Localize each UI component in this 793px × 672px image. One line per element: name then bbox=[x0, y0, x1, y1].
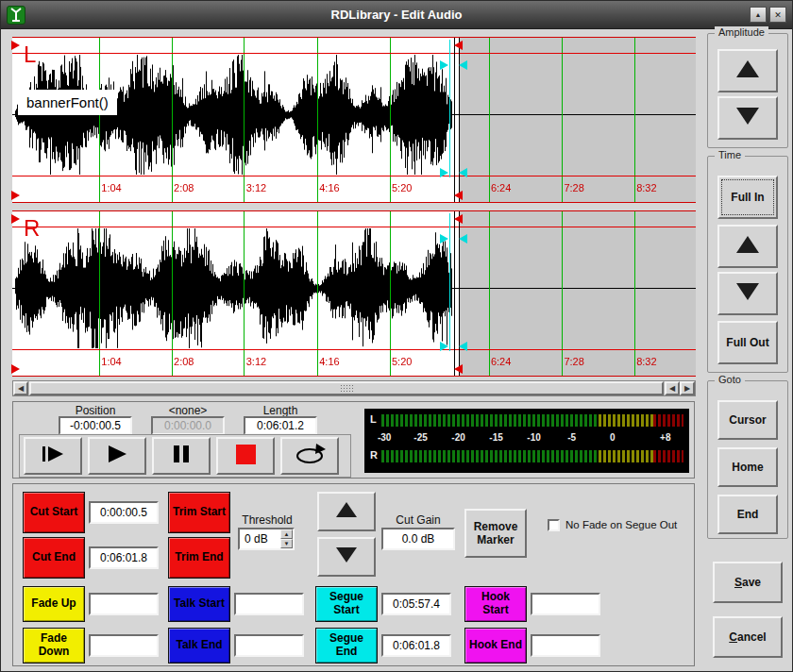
segue-end-button[interactable]: Segue End bbox=[315, 628, 378, 664]
amplitude-down-button[interactable] bbox=[717, 96, 778, 140]
loop-button[interactable] bbox=[280, 437, 339, 475]
down-arrow-icon bbox=[735, 107, 760, 128]
play-from-start-icon bbox=[41, 445, 65, 466]
stop-button[interactable] bbox=[216, 437, 275, 475]
cut-end-field[interactable]: 0:06:01.8 bbox=[89, 546, 159, 569]
hook-end-field[interactable] bbox=[531, 634, 600, 657]
segue-start-marker[interactable] bbox=[440, 60, 448, 70]
scroll-left-button[interactable]: ◀ bbox=[13, 381, 28, 395]
trim-end-button[interactable]: Trim End bbox=[168, 537, 230, 579]
cut-end-marker[interactable] bbox=[454, 364, 463, 374]
time-label: 4:16 bbox=[319, 356, 339, 367]
threshold-spin-up[interactable]: ▲ bbox=[280, 529, 293, 539]
goto-cursor-button[interactable]: Cursor bbox=[717, 400, 778, 440]
fade-down-button[interactable]: Fade Down bbox=[23, 628, 85, 664]
talk-start-field[interactable] bbox=[234, 593, 304, 615]
close-button[interactable]: ✕ bbox=[769, 7, 786, 23]
segue-start-marker[interactable] bbox=[440, 342, 448, 351]
time-gridline bbox=[172, 211, 173, 376]
segue-end-marker[interactable] bbox=[459, 60, 467, 70]
talk-end-field[interactable] bbox=[234, 634, 304, 657]
cut-start-button[interactable]: Cut Start bbox=[23, 492, 85, 533]
window-title: RDLibrary - Edit Audio bbox=[1, 8, 792, 22]
time-label: 5:20 bbox=[392, 182, 412, 193]
cut-start-field[interactable]: 0:00:00.5 bbox=[89, 501, 159, 524]
cancel-button[interactable]: Cancel bbox=[713, 616, 783, 658]
time-gridline bbox=[489, 211, 490, 376]
cut-end-marker[interactable] bbox=[454, 214, 463, 224]
amplitude-up-button[interactable] bbox=[717, 49, 778, 92]
time-zoom-in-button[interactable] bbox=[717, 225, 778, 268]
close-icon: ✕ bbox=[774, 10, 782, 20]
titlebar[interactable]: RDLibrary - Edit Audio ▲ ✕ bbox=[1, 1, 792, 29]
time-gridline bbox=[244, 211, 245, 376]
shade-button[interactable]: ▲ bbox=[750, 7, 767, 23]
scrollbar-thumb[interactable] bbox=[29, 381, 664, 395]
meter-scale-label: -30 bbox=[378, 432, 391, 443]
meter-green-segments bbox=[381, 414, 599, 427]
remove-marker-button[interactable]: Remove Marker bbox=[464, 509, 527, 558]
goto-home-button[interactable]: Home bbox=[717, 447, 778, 487]
segue-end-field[interactable]: 0:06:01.8 bbox=[381, 634, 451, 657]
talk-end-button[interactable]: Talk End bbox=[168, 628, 230, 664]
play-button[interactable] bbox=[88, 437, 146, 475]
cut-end-button[interactable]: Cut End bbox=[23, 537, 85, 579]
waveform-scrollbar[interactable]: ◀ ◀ ▶ bbox=[12, 380, 696, 396]
waveform-panel-right[interactable]: 1:042:083:124:165:206:247:288:32 R bbox=[12, 210, 696, 377]
talk-start-button[interactable]: Talk Start bbox=[168, 586, 230, 622]
time-gridline bbox=[489, 38, 490, 202]
save-button[interactable]: Save bbox=[713, 562, 783, 603]
stop-icon bbox=[236, 445, 256, 467]
play-from-start-button[interactable] bbox=[24, 437, 82, 475]
gain-down-button[interactable] bbox=[317, 537, 376, 577]
hook-start-field[interactable] bbox=[531, 593, 600, 615]
amplitude-line-bottom bbox=[12, 349, 696, 350]
cut-start-marker[interactable] bbox=[11, 364, 20, 374]
meter-green-segments bbox=[381, 450, 599, 462]
threshold-spin-down[interactable]: ▼ bbox=[280, 539, 293, 548]
time-gridline bbox=[99, 211, 100, 376]
segue-end-marker[interactable] bbox=[459, 342, 467, 351]
fade-up-field[interactable] bbox=[89, 593, 159, 615]
time-gridline bbox=[172, 38, 173, 202]
scroll-left-button-2[interactable]: ◀ bbox=[665, 381, 680, 395]
fade-up-button[interactable]: Fade Up bbox=[23, 586, 85, 622]
cut-start-marker[interactable] bbox=[11, 41, 20, 50]
no-fade-checkbox[interactable] bbox=[548, 519, 560, 531]
segue-end-marker[interactable] bbox=[459, 168, 467, 177]
time-zoom-out-button[interactable] bbox=[717, 272, 778, 315]
time-label: 6:24 bbox=[491, 182, 511, 193]
cut-end-marker[interactable] bbox=[454, 41, 463, 50]
hook-end-button[interactable]: Hook End bbox=[464, 628, 527, 664]
goto-group: Goto Cursor Home End bbox=[707, 380, 788, 539]
full-in-button[interactable]: Full In bbox=[717, 176, 778, 219]
threshold-label: Threshold bbox=[234, 513, 300, 527]
cut-start-marker[interactable] bbox=[11, 191, 20, 200]
time-group: Time Full In Full Out bbox=[707, 156, 788, 373]
gain-up-button[interactable] bbox=[317, 492, 376, 531]
goto-end-button[interactable]: End bbox=[717, 495, 778, 534]
time-grid: 1:042:083:124:165:206:247:288:32 bbox=[12, 38, 696, 202]
trim-start-button[interactable]: Trim Start bbox=[168, 492, 230, 533]
segue-end-marker[interactable] bbox=[459, 234, 467, 244]
waveform-panel-left[interactable]: 1:042:083:124:165:206:247:288:32 L banne… bbox=[12, 37, 696, 203]
cut-gain-field[interactable]: 0.0 dB bbox=[381, 528, 455, 550]
cut-end-marker[interactable] bbox=[454, 191, 463, 200]
segue-start-marker[interactable] bbox=[440, 168, 448, 177]
segue-start-field[interactable]: 0:05:57.4 bbox=[381, 593, 451, 615]
meter-scale-label: +8 bbox=[660, 432, 670, 443]
hook-start-button[interactable]: Hook Start bbox=[464, 586, 527, 622]
segue-start-button[interactable]: Segue Start bbox=[315, 586, 378, 622]
cut-start-marker[interactable] bbox=[11, 214, 20, 224]
spin-down-icon: ▼ bbox=[284, 541, 290, 546]
full-out-button[interactable]: Full Out bbox=[717, 321, 778, 364]
segue-start-line bbox=[449, 213, 450, 351]
segue-start-marker[interactable] bbox=[440, 234, 448, 244]
position-field: -0:00:00.5 bbox=[59, 416, 132, 435]
scroll-right-button[interactable]: ▶ bbox=[680, 381, 695, 395]
pause-button[interactable] bbox=[152, 437, 211, 475]
fade-down-field[interactable] bbox=[89, 634, 159, 657]
time-gridline bbox=[634, 211, 635, 376]
meter-scale-label: 0 bbox=[610, 432, 616, 443]
threshold-spinbox[interactable]: 0 dB ▲ ▼ bbox=[238, 528, 295, 550]
